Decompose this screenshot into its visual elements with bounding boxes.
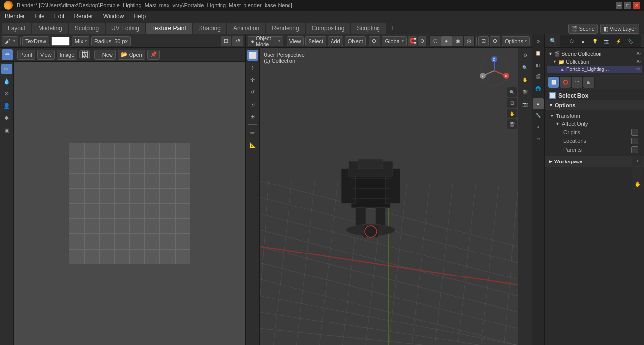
tab-texture-paint[interactable]: Texture Paint: [146, 23, 192, 34]
3d-canvas[interactable]: User Perspective (1) Collection: [260, 48, 518, 345]
vp-right-1[interactable]: ⚙: [520, 50, 531, 61]
scene-selector[interactable]: 🎬 Scene: [568, 24, 598, 34]
blend-mode-selector[interactable]: Mix ▾: [72, 36, 89, 46]
prop-particles-icon[interactable]: ✦: [533, 122, 544, 133]
mesh-eye[interactable]: 👁: [636, 67, 641, 72]
filter-icon-3[interactable]: 💡: [590, 36, 600, 46]
menu-help[interactable]: Help: [132, 12, 148, 21]
measure-tool[interactable]: 📐: [247, 139, 258, 150]
zoom-out-icon[interactable]: −: [632, 167, 643, 178]
transform-orientation[interactable]: Global ▾: [382, 36, 407, 46]
object-menu-3d[interactable]: Object: [345, 36, 366, 46]
vp-right-4[interactable]: 🎬: [520, 87, 531, 97]
parents-checkbox[interactable]: [631, 146, 638, 153]
minimize-button[interactable]: ─: [616, 2, 622, 9]
scene-collection-root[interactable]: ▼ 🎬 Scene Collection 👁: [547, 50, 642, 58]
image-menu[interactable]: Image: [57, 50, 78, 60]
prop-render-icon[interactable]: ⚙: [533, 36, 544, 47]
tab-layout[interactable]: Layout: [2, 23, 31, 34]
wireframe-mode[interactable]: ⬡: [430, 36, 441, 46]
zoom-to-fit[interactable]: ⊡: [507, 98, 517, 108]
tab-sculpting[interactable]: Sculpting: [69, 23, 105, 34]
tab-uv-editing[interactable]: UV Editing: [106, 23, 145, 34]
move-tool[interactable]: ✛: [247, 74, 258, 85]
solid-mode[interactable]: ●: [441, 36, 452, 46]
color-swatch[interactable]: [51, 37, 70, 46]
prop-modifier-icon[interactable]: 🔧: [533, 110, 544, 121]
zoom-in-3d[interactable]: 🔍: [507, 87, 517, 97]
proportional-edit-icon[interactable]: ⊙: [418, 36, 426, 46]
prop-viewlayer-icon[interactable]: ◧: [533, 60, 544, 70]
overlays-btn[interactable]: ⊡: [478, 36, 489, 46]
wrap-icon[interactable]: ↺: [232, 36, 243, 46]
tab-rendering[interactable]: Rendering: [266, 23, 305, 34]
pan-icon[interactable]: ✋: [632, 179, 643, 190]
filter-icon-5[interactable]: ⚡: [613, 36, 624, 46]
filter-icon-4[interactable]: 📷: [601, 36, 612, 46]
prop-output-icon[interactable]: 📋: [533, 48, 544, 59]
gizmo-btn[interactable]: ⊕: [490, 36, 500, 46]
mesh-item[interactable]: ▲ Portable_Lighting_Mast_... 👁: [547, 66, 642, 73]
select-circle-icon[interactable]: ⭕: [560, 77, 571, 88]
transform-tool[interactable]: ⊞: [247, 111, 258, 122]
new-image-button[interactable]: + New: [94, 50, 115, 60]
render-mode[interactable]: ◎: [464, 36, 474, 46]
select-menu-3d[interactable]: Select: [305, 36, 326, 46]
add-menu-3d[interactable]: Add: [328, 36, 343, 46]
pin-button[interactable]: 📌: [147, 50, 160, 60]
scale-tool[interactable]: ⊡: [247, 99, 258, 110]
coll-eye[interactable]: 👁: [636, 59, 641, 65]
workspace-section-header[interactable]: ▶ Workspace: [545, 157, 644, 166]
radius-field[interactable]: Radius 50 px: [91, 36, 131, 46]
menu-window[interactable]: Window: [101, 12, 126, 21]
erase-tool[interactable]: ⊘: [1, 88, 12, 99]
view-layer-selector[interactable]: ◧ View Layer: [600, 24, 639, 34]
smear-tool[interactable]: ✱: [1, 113, 12, 123]
object-mode-selector[interactable]: ● Object Mode ▾: [248, 36, 283, 46]
select-box-tool[interactable]: ⬜: [247, 50, 258, 61]
paint-menu[interactable]: Paint: [17, 50, 35, 60]
close-button[interactable]: ✕: [633, 2, 640, 9]
vp-right-2[interactable]: 🔍: [520, 62, 531, 73]
rotate-tool[interactable]: ↺: [247, 87, 258, 97]
select-all-icon[interactable]: ⊞: [583, 77, 594, 88]
select-box-icon-active[interactable]: ⬜: [548, 77, 559, 88]
zoom-in-icon[interactable]: +: [632, 156, 643, 166]
open-image-button[interactable]: 📂 Open: [118, 50, 145, 60]
tab-modeling[interactable]: Modeling: [32, 23, 68, 34]
transform-subsection-header[interactable]: ▼ Transform: [548, 112, 641, 120]
tab-shading[interactable]: Shading: [193, 23, 226, 34]
pivot-selector[interactable]: ⊙: [369, 36, 380, 46]
view-menu-3d[interactable]: View: [287, 36, 304, 46]
tab-animation[interactable]: Animation: [227, 23, 265, 34]
menu-blender[interactable]: Blender: [3, 12, 27, 21]
prop-object-icon[interactable]: ▲: [533, 98, 544, 109]
menu-edit[interactable]: Edit: [52, 12, 67, 21]
add-workspace-button[interactable]: +: [387, 22, 399, 34]
options-section-header[interactable]: ▼ Options: [545, 100, 644, 110]
snap-icon[interactable]: 🧲: [408, 36, 417, 46]
vp-right-3[interactable]: ✋: [520, 74, 531, 85]
props-search-btn[interactable]: 🔍: [548, 36, 558, 46]
draw-tool[interactable]: ✏: [1, 64, 12, 74]
collection-item[interactable]: ▼ 📁 Collection 👁: [547, 58, 642, 66]
menu-render[interactable]: Render: [72, 12, 95, 21]
view-menu[interactable]: View: [37, 50, 55, 60]
filter-icon-1[interactable]: ⬡: [566, 36, 577, 46]
origins-checkbox[interactable]: [631, 129, 638, 136]
scene-coll-eye[interactable]: 👁: [636, 51, 641, 57]
fill-tool[interactable]: 💧: [1, 76, 12, 87]
mask-tool[interactable]: ▣: [1, 125, 12, 136]
brush-name-btn[interactable]: TexDraw: [22, 36, 49, 46]
tab-compositing[interactable]: Compositing: [306, 23, 351, 34]
vp-right-5[interactable]: 📷: [520, 99, 531, 110]
annotate-tool[interactable]: ✏: [247, 127, 258, 138]
prop-scene-icon[interactable]: 🎬: [533, 71, 544, 82]
prop-physics-icon[interactable]: ⊛: [533, 134, 544, 144]
select-lasso-icon[interactable]: 〰: [572, 77, 582, 88]
options-btn-vp[interactable]: Options ▾: [502, 36, 530, 46]
material-mode[interactable]: ◉: [452, 36, 463, 46]
symmetry-icon[interactable]: ⊞: [221, 36, 231, 46]
maximize-button[interactable]: □: [624, 2, 631, 9]
locations-checkbox[interactable]: [631, 138, 638, 144]
